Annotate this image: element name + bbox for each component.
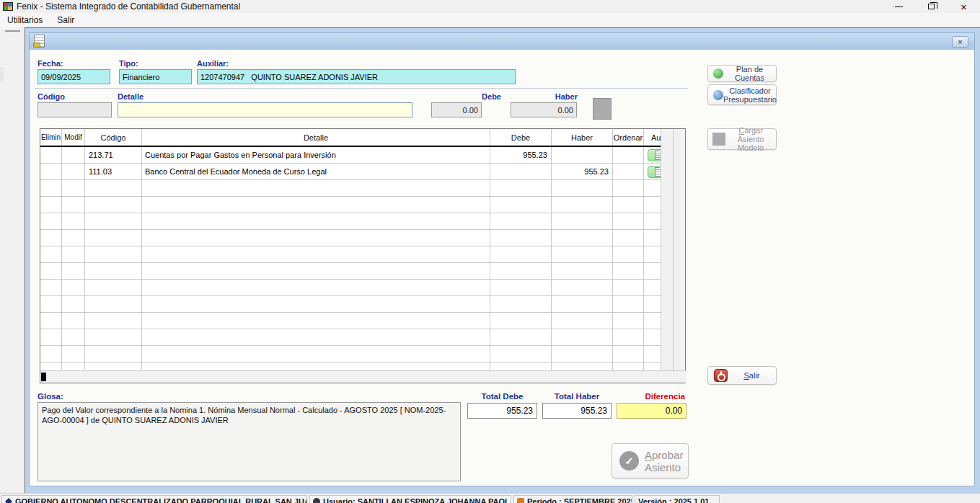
add-entry-button[interactable] bbox=[593, 98, 612, 120]
user-icon bbox=[313, 498, 320, 503]
grid-header-haber[interactable]: Haber bbox=[552, 129, 613, 146]
cell-modif bbox=[62, 280, 85, 296]
toolbar-grip[interactable] bbox=[5, 30, 20, 32]
asiento-contable-window: × Fecha: Tipo: Auxiliar: 09/09/2025 Fina… bbox=[29, 32, 975, 486]
grid-header-codigo[interactable]: Código bbox=[85, 129, 142, 146]
cell-detalle: Banco Central del Ecuador Moneda de Curs… bbox=[142, 164, 490, 180]
cell-detalle bbox=[142, 329, 490, 346]
cell-modif bbox=[62, 346, 85, 362]
table-row[interactable]: 111.03Banco Central del Ecuador Moneda d… bbox=[40, 164, 673, 180]
restore-button[interactable] bbox=[915, 0, 948, 13]
window-title: Fenix - Sistema Integrado de Contabilida… bbox=[17, 1, 240, 12]
tipo-input[interactable]: Financiero bbox=[119, 69, 192, 84]
horizontal-scrollbar[interactable] bbox=[40, 370, 687, 383]
table-row[interactable] bbox=[40, 213, 673, 230]
blue-sphere-icon bbox=[713, 90, 723, 100]
menu-salir[interactable]: Salir bbox=[50, 14, 81, 27]
table-row[interactable] bbox=[40, 296, 673, 313]
vertical-scrollbar[interactable] bbox=[673, 129, 685, 372]
entity-icon bbox=[5, 498, 12, 503]
table-row[interactable] bbox=[40, 313, 673, 329]
table-row[interactable] bbox=[40, 197, 673, 213]
cell-elimin bbox=[40, 346, 62, 362]
cell-elimin bbox=[40, 147, 62, 164]
grid-header-modif[interactable]: Modif bbox=[62, 129, 85, 146]
cell-detalle: Cuentas por Pagar Gastos en Personal par… bbox=[142, 147, 490, 164]
grid-header-ordenar[interactable]: Ordenar bbox=[613, 129, 644, 146]
table-row[interactable] bbox=[40, 346, 673, 362]
detalle-input[interactable] bbox=[118, 102, 412, 117]
statusbar-version: Versión : 2025.1.01 bbox=[635, 495, 720, 503]
salir-button[interactable]: Salir bbox=[707, 366, 777, 385]
side-tab[interactable] bbox=[0, 67, 4, 81]
total-debe-label: Total Debe bbox=[467, 392, 537, 401]
vertical-scrollbar[interactable] bbox=[661, 129, 673, 372]
table-row[interactable] bbox=[40, 280, 673, 296]
cell-debe bbox=[490, 313, 552, 329]
cell-haber bbox=[552, 346, 613, 362]
cell-debe bbox=[490, 296, 552, 313]
table-row[interactable] bbox=[40, 230, 673, 246]
grid-header-debe[interactable]: Debe bbox=[490, 129, 552, 146]
cell-debe bbox=[490, 230, 552, 246]
cell-debe bbox=[490, 213, 552, 230]
cell-modif bbox=[62, 197, 85, 213]
table-row[interactable] bbox=[40, 246, 673, 263]
cell-ordenar bbox=[613, 280, 644, 296]
minimize-button[interactable] bbox=[883, 0, 915, 13]
cell-detalle bbox=[142, 197, 490, 213]
clasificador-presupuestario-button[interactable]: Clasificador Presupuestario bbox=[707, 84, 777, 105]
glosa-textarea[interactable]: Pago del Valor correspondiente a la Nomi… bbox=[37, 402, 461, 481]
cell-elimin bbox=[40, 164, 62, 180]
close-icon: × bbox=[961, 1, 967, 12]
cell-elimin bbox=[40, 213, 62, 230]
grid-header-detalle[interactable]: Detalle bbox=[142, 129, 490, 146]
cell-ordenar bbox=[613, 296, 644, 313]
cell-detalle bbox=[142, 313, 490, 329]
cell-codigo bbox=[85, 329, 142, 346]
cell-haber bbox=[552, 263, 613, 280]
plan-de-cuentas-button[interactable]: Plan de Cuentas bbox=[707, 65, 777, 82]
menu-utilitarios[interactable]: Utilitarios bbox=[0, 14, 50, 27]
child-window-titlebar: × bbox=[30, 33, 974, 50]
child-close-button[interactable]: × bbox=[952, 36, 968, 48]
close-button[interactable]: × bbox=[948, 0, 980, 13]
table-row[interactable] bbox=[40, 263, 673, 280]
record-position-marker bbox=[41, 373, 46, 381]
detalle-label: Detalle bbox=[118, 92, 144, 101]
codigo-input[interactable] bbox=[37, 102, 112, 117]
cell-detalle bbox=[142, 346, 490, 362]
auxiliar-input[interactable]: 1207470947 QUINTO SUAREZ ADONIS JAVIER bbox=[197, 69, 516, 84]
menubar: Utilitarios Salir bbox=[0, 13, 980, 27]
cell-elimin bbox=[40, 246, 62, 263]
codigo-label: Código bbox=[37, 92, 65, 101]
fecha-input[interactable]: 09/09/2025 bbox=[37, 69, 110, 84]
cell-debe bbox=[490, 246, 552, 263]
grid-header-elimin[interactable]: Elimin bbox=[40, 129, 62, 146]
statusbar-entity: GOBIERNO AUTONOMO DESCENTRALIZADO PARROQ… bbox=[1, 495, 307, 503]
cell-ordenar bbox=[613, 346, 644, 362]
window-titlebar: Fenix - Sistema Integrado de Contabilida… bbox=[0, 0, 980, 13]
cell-detalle bbox=[142, 213, 490, 230]
haber-input[interactable]: 0.00 bbox=[511, 102, 577, 117]
cell-elimin bbox=[40, 263, 62, 280]
cell-codigo bbox=[85, 296, 142, 313]
cell-haber bbox=[552, 197, 613, 213]
statusbar: GOBIERNO AUTONOMO DESCENTRALIZADO PARROQ… bbox=[0, 493, 980, 503]
table-row[interactable] bbox=[40, 180, 673, 197]
cell-detalle bbox=[142, 246, 490, 263]
cell-modif bbox=[62, 246, 85, 263]
aprobar-asiento-button[interactable]: ✓ Aprobar Asiento bbox=[612, 443, 689, 478]
restore-icon bbox=[928, 4, 935, 9]
close-icon: × bbox=[958, 38, 962, 46]
cargar-asiento-modelo-button[interactable]: Cargar Asiento Modelo bbox=[707, 128, 777, 150]
cell-haber bbox=[552, 280, 613, 296]
cell-haber bbox=[552, 147, 613, 164]
table-row[interactable]: 213.71Cuentas por Pagar Gastos en Person… bbox=[40, 147, 673, 164]
cell-debe bbox=[490, 263, 552, 280]
debe-input[interactable]: 0.00 bbox=[431, 102, 482, 117]
cell-detalle bbox=[142, 230, 490, 246]
table-row[interactable] bbox=[40, 329, 673, 346]
cell-elimin bbox=[40, 180, 62, 197]
grid-header-row: EliminModifCódigoDetalleDebeHaberOrdenar… bbox=[40, 129, 673, 147]
